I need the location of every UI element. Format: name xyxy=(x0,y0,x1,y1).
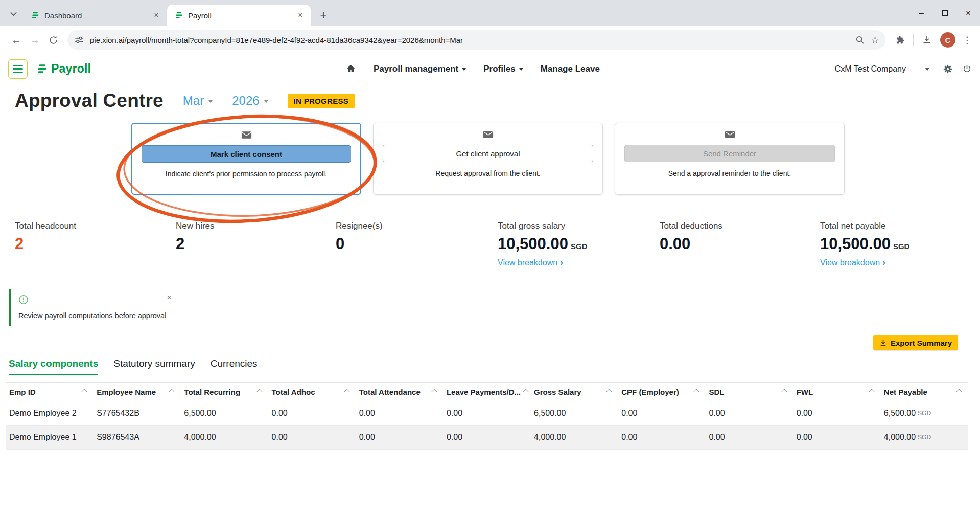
view-breakdown-link[interactable]: View breakdown› xyxy=(498,257,587,268)
send-reminder-button: Send Reminder xyxy=(624,145,835,162)
logout-button[interactable] xyxy=(962,64,972,74)
chevron-right-icon: › xyxy=(560,257,563,268)
settings-button[interactable] xyxy=(943,64,953,74)
stat-total-deductions: Total deductions 0.00 xyxy=(660,221,722,253)
download-icon xyxy=(879,339,887,347)
app-header: Payroll Payroll management Profiles Mana… xyxy=(0,54,980,84)
column-header-net-payable[interactable]: Net Payable xyxy=(881,383,968,401)
get-client-approval-button[interactable]: Get client approval xyxy=(383,145,593,162)
site-settings-icon[interactable] xyxy=(75,35,84,44)
bookmark-star-icon[interactable]: ☆ xyxy=(871,34,879,46)
export-summary-button[interactable]: Export Summary xyxy=(873,335,958,350)
column-header-emp-id[interactable]: Emp ID xyxy=(6,383,94,401)
maximize-icon xyxy=(942,10,948,16)
new-tab-button[interactable]: + xyxy=(315,7,332,24)
maximize-button[interactable] xyxy=(933,0,956,26)
close-window-button[interactable]: × xyxy=(956,0,980,26)
column-header-total-attendance[interactable]: Total Attendance xyxy=(356,383,444,401)
chevron-down-icon xyxy=(208,100,213,103)
chevron-right-icon: › xyxy=(882,257,885,268)
hamburger-menu-button[interactable] xyxy=(8,59,28,79)
zoom-icon[interactable] xyxy=(855,35,865,44)
sort-icon xyxy=(781,389,787,394)
company-caret-icon[interactable] xyxy=(925,68,929,71)
nav-profiles[interactable]: Profiles xyxy=(483,64,523,74)
tab-strip: Dashboard × Payroll × + – × xyxy=(0,0,980,26)
alert-close-icon[interactable]: × xyxy=(167,293,172,303)
heading-row: Approval Centre Mar 2026 IN PROGRESS xyxy=(15,90,355,111)
action-cards: Mark client consent Indicate client's pr… xyxy=(131,123,845,195)
card-caption: Request approval from the client. xyxy=(435,169,540,177)
tab-title: Payroll xyxy=(188,11,295,20)
url-bar[interactable]: pie.xion.ai/payroll/month-total?companyI… xyxy=(67,30,885,50)
chevron-down-icon xyxy=(10,9,17,16)
column-header-fwl[interactable]: FWL xyxy=(794,383,881,401)
column-header-sdl[interactable]: SDL xyxy=(706,383,793,401)
column-header-total-adhoc[interactable]: Total Adhoc xyxy=(269,383,356,401)
column-header-total-recurring[interactable]: Total Recurring xyxy=(181,383,268,401)
main-nav: Payroll management Profiles Manage Leave xyxy=(345,54,600,84)
table-row: Demo Employee 2 S7765432B 6,500.00 0.00 … xyxy=(6,401,968,426)
nav-manage-leave[interactable]: Manage Leave xyxy=(541,64,600,74)
reload-icon xyxy=(49,35,58,45)
column-header-cpf-employer[interactable]: CPF (Employer) xyxy=(618,383,706,401)
column-header-leave-payments[interactable]: Leave Payments/D... xyxy=(444,383,531,401)
toolbar-divider xyxy=(913,34,914,46)
sort-icon xyxy=(956,389,962,394)
currency-label: SGD xyxy=(918,434,931,441)
tab-close-icon[interactable]: × xyxy=(151,10,161,20)
extensions-button[interactable] xyxy=(891,31,909,49)
tab-statutory-summary[interactable]: Statutory summary xyxy=(113,358,195,375)
app-logo[interactable]: Payroll xyxy=(36,62,91,76)
back-button[interactable]: ← xyxy=(7,31,26,49)
tab-dashboard[interactable]: Dashboard × xyxy=(24,5,167,26)
tab-title: Dashboard xyxy=(44,11,151,20)
tab-currencies[interactable]: Currencies xyxy=(211,358,258,375)
chevron-down-icon xyxy=(519,68,523,71)
month-selector[interactable]: Mar xyxy=(183,94,213,108)
profile-avatar[interactable]: C xyxy=(940,32,955,48)
card-caption: Indicate client's prior permission to pr… xyxy=(166,170,327,178)
view-breakdown-link[interactable]: View breakdown› xyxy=(820,257,909,268)
sort-icon xyxy=(523,389,528,394)
envelope-icon xyxy=(483,130,494,139)
browser-window: Dashboard × Payroll × + – × ← → pie.xion… xyxy=(0,0,980,515)
sort-icon xyxy=(431,389,437,394)
table-row: Demo Employee 1 S9876543A 4,000.00 0.00 … xyxy=(6,426,968,450)
stat-total-gross-salary: Total gross salary 10,500.00SGD View bre… xyxy=(498,221,587,268)
reload-button[interactable] xyxy=(44,31,62,49)
stat-new-hires: New hires 2 xyxy=(176,221,215,253)
sort-icon xyxy=(694,389,699,394)
envelope-icon xyxy=(725,130,735,139)
card-caption: Send a approval reminder to the client. xyxy=(668,169,791,177)
tab-search-button[interactable] xyxy=(6,6,20,20)
chevron-down-icon xyxy=(264,100,268,103)
review-alert: × Review payroll computations before app… xyxy=(9,289,177,326)
forward-button[interactable]: → xyxy=(26,31,44,49)
currency-label: SGD xyxy=(918,410,931,417)
tab-payroll[interactable]: Payroll × xyxy=(167,5,311,26)
tab-salary-components[interactable]: Salary components xyxy=(9,358,98,375)
column-header-gross-salary[interactable]: Gross Salary xyxy=(531,383,618,401)
chevron-down-icon xyxy=(462,68,466,71)
stats-row: Total headcount 2 New hires 2 Resignee(s… xyxy=(0,221,980,277)
url-text[interactable]: pie.xion.ai/payroll/month-total?companyI… xyxy=(90,36,849,44)
card-mark-client-consent: Mark client consent Indicate client's pr… xyxy=(131,123,361,195)
column-header-employee-name[interactable]: Employee Name xyxy=(94,383,181,401)
sort-icon xyxy=(256,389,262,394)
year-selector[interactable]: 2026 xyxy=(232,94,268,108)
downloads-button[interactable] xyxy=(918,31,936,49)
info-icon xyxy=(18,295,29,305)
mark-client-consent-button[interactable]: Mark client consent xyxy=(142,145,351,163)
nav-payroll-management[interactable]: Payroll management xyxy=(374,64,466,74)
browser-menu-kebab-icon[interactable]: ⋮ xyxy=(960,34,975,46)
status-badge: IN PROGRESS xyxy=(288,94,355,108)
tab-close-icon[interactable]: × xyxy=(295,10,306,20)
minimize-button[interactable]: – xyxy=(909,0,933,26)
app-favicon-icon xyxy=(174,11,183,20)
sort-icon xyxy=(82,389,87,394)
app-favicon-icon xyxy=(31,11,40,20)
app-header-right: CxM Test Company xyxy=(835,54,972,84)
window-controls: – × xyxy=(909,0,980,26)
nav-home-button[interactable] xyxy=(345,63,356,74)
